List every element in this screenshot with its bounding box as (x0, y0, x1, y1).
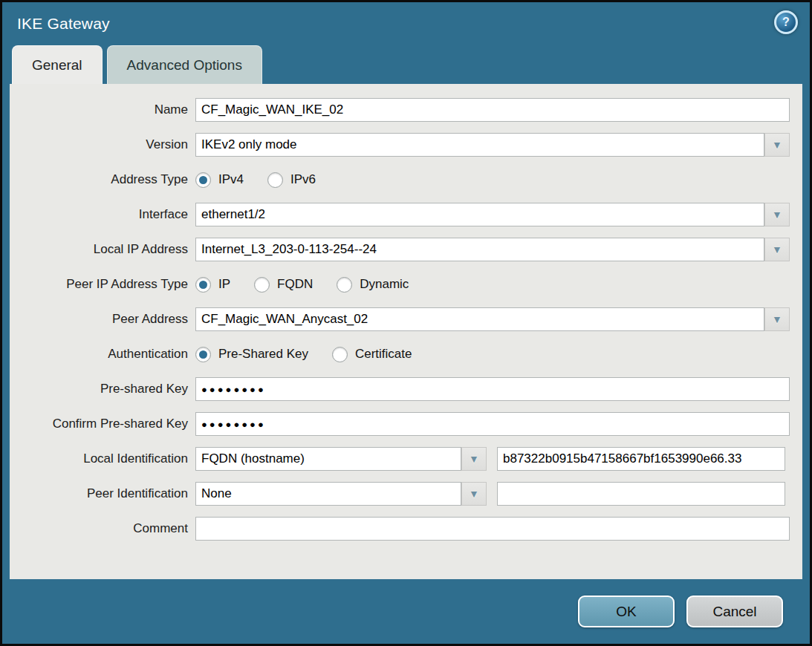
confirm-pre-shared-key-label: Confirm Pre-shared Key (10, 417, 188, 431)
ike-gateway-dialog: IKE Gateway ? General Advanced Options N… (0, 0, 812, 646)
help-glyph: ? (782, 16, 790, 29)
radio-ip-dot (195, 277, 211, 293)
peer-identification-row: Peer Identification ▼ (10, 482, 802, 506)
radio-ip-label: IP (218, 277, 230, 292)
local-identification-value-input[interactable] (497, 447, 785, 471)
chevron-down-icon: ▼ (772, 209, 782, 220)
peer-identification-label: Peer Identification (10, 486, 188, 501)
peer-ip-address-type-row: Peer IP Address Type IP FQDN Dynamic (10, 273, 802, 296)
pre-shared-key-row: Pre-shared Key (10, 377, 802, 401)
peer-address-row: Peer Address ▼ (10, 307, 802, 331)
authentication-label: Authentication (10, 347, 188, 362)
name-label: Name (10, 102, 188, 117)
tab-advanced-options[interactable]: Advanced Options (107, 45, 262, 84)
radio-certificate[interactable]: Certificate (332, 347, 412, 362)
dialog-title: IKE Gateway (17, 15, 110, 33)
chevron-down-icon: ▼ (772, 140, 782, 150)
interface-input[interactable] (195, 203, 764, 226)
peer-address-label: Peer Address (10, 312, 188, 327)
help-icon[interactable]: ? (774, 10, 798, 34)
comment-input[interactable] (195, 517, 790, 541)
peer-identification-value-input[interactable] (497, 482, 785, 506)
pre-shared-key-label: Pre-shared Key (10, 382, 188, 397)
radio-pre-shared-key[interactable]: Pre-Shared Key (195, 347, 308, 362)
address-type-row: Address Type IPv4 IPv6 (10, 168, 802, 192)
radio-certificate-label: Certificate (355, 347, 412, 362)
radio-ipv4-dot (195, 172, 211, 188)
local-identification-dropdown-button[interactable]: ▼ (461, 447, 487, 471)
peer-ip-address-type-label: Peer IP Address Type (10, 277, 188, 292)
comment-row: Comment (10, 517, 802, 541)
cancel-button[interactable]: Cancel (686, 596, 783, 627)
tab-bar: General Advanced Options (2, 45, 810, 84)
local-identification-row: Local Identification ▼ (10, 447, 802, 471)
local-ip-address-dropdown-button[interactable]: ▼ (764, 238, 790, 261)
radio-dynamic-label: Dynamic (360, 277, 409, 292)
radio-dynamic[interactable]: Dynamic (337, 277, 409, 293)
radio-ipv6[interactable]: IPv6 (267, 172, 316, 188)
local-identification-label: Local Identification (10, 451, 188, 466)
version-row: Version ▼ (10, 133, 802, 157)
general-tab-panel: Name Version ▼ Address Type IPv4 (10, 84, 802, 579)
interface-row: Interface ▼ (10, 203, 802, 226)
interface-label: Interface (10, 207, 188, 222)
pre-shared-key-input[interactable] (195, 377, 790, 401)
ok-button[interactable]: OK (578, 596, 675, 627)
peer-identification-dropdown-button[interactable]: ▼ (461, 482, 487, 506)
radio-fqdn-dot (254, 277, 270, 293)
authentication-row: Authentication Pre-Shared Key Certificat… (10, 342, 802, 366)
radio-pre-shared-key-label: Pre-Shared Key (218, 347, 308, 362)
version-input[interactable] (195, 133, 764, 157)
radio-certificate-dot (332, 347, 348, 362)
local-identification-type-input[interactable] (195, 447, 461, 471)
version-label: Version (10, 137, 188, 152)
radio-ipv6-label: IPv6 (290, 172, 316, 187)
tab-advanced-options-label: Advanced Options (127, 57, 242, 74)
name-row: Name (10, 98, 802, 122)
name-input[interactable] (195, 98, 790, 122)
radio-pre-shared-key-dot (195, 347, 211, 362)
footer-bar: OK Cancel (2, 579, 810, 644)
local-ip-address-input[interactable] (195, 238, 764, 261)
radio-ipv4-label: IPv4 (218, 172, 244, 187)
titlebar: IKE Gateway ? (2, 2, 810, 45)
local-ip-address-row: Local IP Address ▼ (10, 238, 802, 261)
radio-fqdn-label: FQDN (277, 277, 313, 292)
peer-address-input[interactable] (195, 307, 764, 331)
chevron-down-icon: ▼ (772, 314, 782, 324)
version-dropdown-button[interactable]: ▼ (764, 133, 790, 157)
interface-dropdown-button[interactable]: ▼ (764, 203, 790, 226)
local-ip-address-label: Local IP Address (10, 242, 188, 257)
radio-ip[interactable]: IP (195, 277, 230, 293)
radio-fqdn[interactable]: FQDN (254, 277, 313, 293)
peer-identification-type-input[interactable] (195, 482, 461, 506)
confirm-pre-shared-key-input[interactable] (195, 412, 790, 436)
chevron-down-icon: ▼ (469, 489, 479, 499)
tab-general-label: General (32, 57, 82, 74)
confirm-pre-shared-key-row: Confirm Pre-shared Key (10, 412, 802, 436)
radio-ipv4[interactable]: IPv4 (195, 172, 244, 188)
tab-general[interactable]: General (12, 45, 103, 84)
address-type-label: Address Type (10, 172, 188, 187)
comment-label: Comment (10, 521, 188, 536)
chevron-down-icon: ▼ (469, 454, 479, 464)
radio-dynamic-dot (337, 277, 352, 293)
chevron-down-icon: ▼ (772, 244, 782, 255)
radio-ipv6-dot (267, 172, 283, 188)
peer-address-dropdown-button[interactable]: ▼ (764, 307, 790, 331)
